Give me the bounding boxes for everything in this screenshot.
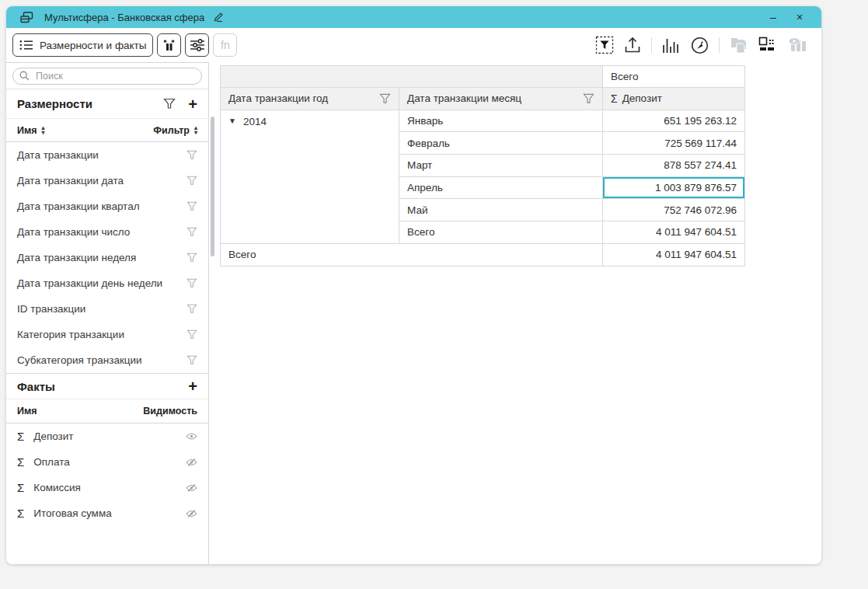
dimensions-filter-icon[interactable] — [163, 98, 176, 110]
dimensions-section-header: Размерности + — [6, 89, 208, 119]
edit-title-pencil-icon[interactable] — [212, 12, 225, 23]
eye-icon[interactable] — [186, 432, 197, 441]
sort-name-icon[interactable]: ▴▾ — [42, 126, 45, 135]
toolbar: Размерности и факты — [6, 28, 821, 62]
facts-section: Факты + Имя Видимость Σ Депозит — [6, 373, 208, 526]
dimension-item[interactable]: Дата транзакции число — [6, 219, 208, 245]
export-icon[interactable] — [624, 37, 641, 54]
hide-columns-icon[interactable] — [787, 37, 807, 54]
dimension-item[interactable]: Дата транзакции дата — [6, 168, 208, 193]
fact-label: Итоговая сумма — [33, 507, 111, 519]
fact-item[interactable]: Σ Комиссия — [6, 475, 208, 500]
pivot-corner-total: Всего — [603, 66, 745, 88]
add-dimension-button[interactable]: + — [188, 96, 197, 112]
month-cell[interactable]: Март — [399, 155, 603, 177]
value-cell[interactable]: 878 557 274.41 — [603, 155, 745, 177]
facts-columns-row: Имя Видимость — [6, 399, 208, 423]
month-cell[interactable]: Февраль — [399, 132, 603, 155]
dimensions-col-filter: Фильтр — [153, 125, 190, 136]
sigma-icon: Σ — [17, 481, 24, 494]
fact-label: Комиссия — [33, 482, 81, 493]
outline-icon[interactable] — [758, 37, 777, 54]
value-cell[interactable]: 651 195 263.12 — [603, 110, 745, 133]
filter-icon[interactable] — [186, 355, 197, 365]
dimension-label: Дата транзакции день недели — [17, 277, 162, 289]
selected-value-cell[interactable]: 1 003 879 876.57 — [603, 177, 745, 200]
collapse-year-icon[interactable]: ▼ — [228, 116, 236, 127]
dimensions-facts-label: Размерности и факты — [40, 40, 146, 51]
dimension-item[interactable]: Дата транзакции неделя — [6, 245, 208, 270]
minimize-button[interactable]: – — [767, 12, 779, 23]
filter-icon[interactable] — [186, 304, 197, 314]
grand-total-value-cell[interactable]: 4 011 947 604.51 — [603, 244, 745, 267]
title-bar: Мультисфера - Банковская сфера – × — [6, 6, 821, 28]
filter-icon[interactable] — [186, 227, 197, 237]
select-filter-icon[interactable] — [595, 36, 614, 54]
eye-off-icon[interactable] — [186, 483, 197, 493]
filter-icon[interactable] — [186, 176, 197, 186]
value-column-header[interactable]: Σ Депозит — [603, 88, 745, 110]
month-cell[interactable]: Апрель — [399, 177, 603, 200]
fact-label: Депозит — [33, 430, 73, 442]
year-column-header[interactable]: Дата транзакции год — [221, 88, 399, 110]
dimensions-facts-button[interactable]: Размерности и факты — [12, 33, 153, 57]
fact-item[interactable]: Σ Депозит — [6, 423, 208, 449]
compass-icon[interactable] — [691, 37, 709, 54]
copy-icon[interactable] — [730, 37, 748, 54]
dimension-label: ID транзакции — [17, 303, 85, 315]
dimension-item[interactable]: Категория транзакции — [6, 322, 208, 347]
month-header-label: Дата транзакции месяц — [407, 92, 521, 104]
search-row — [6, 63, 208, 89]
month-cell[interactable]: Январь — [399, 110, 603, 133]
dimension-item[interactable]: Субкатегория транзакции — [6, 347, 208, 373]
fact-item[interactable]: Σ Оплата — [6, 449, 208, 475]
search-box[interactable] — [12, 68, 202, 85]
search-input[interactable] — [34, 70, 195, 82]
filter-icon[interactable] — [186, 278, 197, 288]
toolbar-separator — [719, 37, 720, 53]
fact-item[interactable]: Σ Итоговая сумма — [6, 500, 208, 526]
bar-chart-icon[interactable] — [662, 37, 681, 54]
year-header-label: Дата транзакции год — [228, 92, 328, 104]
eye-off-icon[interactable] — [186, 509, 197, 518]
collapse-dimensions-button[interactable] — [157, 33, 181, 57]
fn-label: fn — [221, 39, 230, 51]
filter-icon[interactable] — [186, 329, 197, 340]
add-fact-button[interactable]: + — [188, 378, 197, 394]
sliders-button[interactable] — [185, 33, 209, 57]
filter-icon[interactable] — [186, 253, 197, 263]
dimension-item[interactable]: Дата транзакции квартал — [6, 193, 208, 219]
search-icon — [19, 71, 30, 81]
sigma-icon: Σ — [17, 455, 24, 469]
month-cell[interactable]: Май — [399, 199, 603, 221]
close-button[interactable]: × — [793, 12, 806, 23]
filter-icon[interactable] — [583, 93, 594, 104]
value-cell[interactable]: 752 746 072.96 — [603, 199, 745, 221]
grand-total-label-cell[interactable]: Всего — [221, 244, 603, 267]
sidebar-scrollbar[interactable] — [211, 117, 214, 256]
filter-icon[interactable] — [186, 201, 197, 211]
value-cell[interactable]: 725 569 117.44 — [603, 132, 745, 155]
window-controls: – × — [767, 12, 812, 23]
subtotal-value-cell[interactable]: 4 011 947 604.51 — [603, 221, 745, 244]
dimension-item[interactable]: Дата транзакции — [6, 142, 208, 168]
dimensions-col-name: Имя — [17, 125, 37, 136]
dimensions-title: Размерности — [17, 97, 92, 110]
dimensions-columns-row: Имя ▴▾ Фильтр ▴▾ — [6, 119, 208, 142]
dimension-item[interactable]: ID транзакции — [6, 296, 208, 322]
desktop-background: { "window": { "title": "Мультисфера - Ба… — [0, 0, 868, 589]
filter-icon[interactable] — [186, 150, 197, 160]
app-window: Мультисфера - Банковская сфера – × — [6, 6, 821, 564]
dimension-item[interactable]: Дата транзакции день недели — [6, 270, 208, 296]
dimension-label: Субкатегория транзакции — [17, 354, 142, 366]
month-column-header[interactable]: Дата транзакции месяц — [399, 88, 603, 110]
facts-col-name: Имя — [17, 406, 37, 416]
fn-button[interactable]: fn — [213, 33, 237, 57]
facts-title: Факты — [17, 380, 55, 393]
eye-off-icon[interactable] — [186, 458, 197, 467]
month-subtotal-cell[interactable]: Всего — [399, 221, 603, 244]
year-group-cell[interactable]: ▼ 2014 — [221, 110, 399, 244]
filter-icon[interactable] — [379, 93, 391, 104]
list-icon — [19, 40, 33, 51]
sort-filter-icon[interactable]: ▴▾ — [194, 126, 197, 135]
